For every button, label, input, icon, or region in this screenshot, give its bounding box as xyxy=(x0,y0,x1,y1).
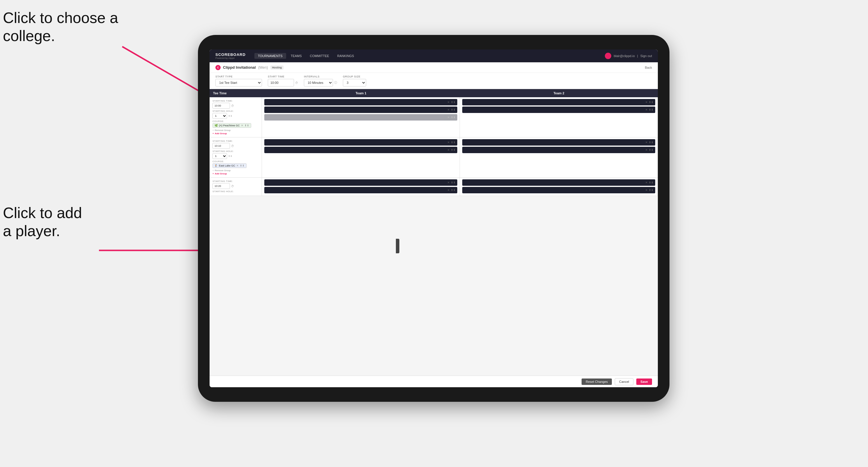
player-arr-2-t1-2[interactable]: ⬆⬇ xyxy=(451,149,456,151)
player-arr-2-t2-2[interactable]: ⬆⬇ xyxy=(649,149,653,151)
th-team1: Team 1 xyxy=(262,89,460,97)
tournament-title-area: C Clippd Invitational (Men) Hosting xyxy=(215,65,645,70)
player-arrows-icon-t2-2[interactable]: ⬆⬇ xyxy=(649,108,653,111)
ann1-line1: Click to choose a xyxy=(3,9,118,26)
player-x-icon-2[interactable]: ✕ xyxy=(447,108,450,111)
table-row-2: STARTING TIME: ⏱ STARTING HOLE: 1 ⬆⬇ COU… xyxy=(210,137,658,178)
player-row-2-t2-1[interactable]: ✕ ⬆⬇ xyxy=(462,139,655,146)
player-row-3-t1-2[interactable]: ✕ ⬆⬇ xyxy=(264,187,457,193)
add-group-btn-2[interactable]: + Add Group xyxy=(213,173,259,175)
nav-committee[interactable]: COMMITTEE xyxy=(307,53,333,59)
player-arr-2-t2-1[interactable]: ⬆⬇ xyxy=(649,141,653,144)
intervals-select[interactable]: 10 Minutes xyxy=(304,79,333,87)
player-arrows-icon-c1[interactable]: ⬆⬇ xyxy=(451,116,456,119)
intervals-label: Intervals xyxy=(304,75,337,78)
player-x-2-t1-2[interactable]: ✕ xyxy=(447,149,450,151)
player-row-3-t2-2[interactable]: ✕ ⬆⬇ xyxy=(462,187,655,193)
nav-links: TOURNAMENTS TEAMS COMMITTEE RANKINGS xyxy=(254,53,605,59)
player-arrows-icon[interactable]: ⬆⬇ xyxy=(451,101,456,104)
player-placeholder-t2-1 xyxy=(462,114,655,121)
player-row-1-t1-1[interactable]: ✕ ⬆⬇ xyxy=(264,99,457,105)
course-tag-1[interactable]: 🌿 (A) Peachtree GC ✕ ⬆⬇ xyxy=(213,123,251,128)
hosting-badge: Hosting xyxy=(271,65,284,70)
player-row-2-t2-2[interactable]: ✕ ⬆⬇ xyxy=(462,147,655,153)
course-close-2[interactable]: ✕ xyxy=(236,164,239,167)
player-row-1-t1-2[interactable]: ✕ ⬆⬇ xyxy=(264,106,457,113)
course-tag-2[interactable]: 🏌 East Lake GC ✕ ⬆⬇ xyxy=(213,163,247,168)
ann1-line2: college. xyxy=(3,27,55,44)
remove-group-btn-1[interactable]: ○ Remove Group xyxy=(213,129,259,132)
starting-hole-label-1: STARTING HOLE: xyxy=(213,110,259,113)
th-tee-time: Tee Time xyxy=(210,89,262,97)
player-arr-2-t1-1[interactable]: ⬆⬇ xyxy=(451,141,456,144)
player-x-icon[interactable]: ✕ xyxy=(447,101,450,104)
time-input-1[interactable] xyxy=(213,103,230,108)
course-close-1[interactable]: ✕ xyxy=(241,124,243,127)
starting-hole-label-2: STARTING HOLE: xyxy=(213,150,259,153)
user-email: blair@clippd.io xyxy=(614,54,634,58)
course-label-1: COURSE: xyxy=(213,120,259,123)
tablet-screen: SCOREBOARD Powered by clippd TOURNAMENTS… xyxy=(210,50,658,387)
player-row-2-t1-1[interactable]: ✕ ⬆⬇ xyxy=(264,139,457,146)
hole-select-1[interactable]: 1 xyxy=(213,113,227,119)
player-arr-3-t1-2[interactable]: ⬆⬇ xyxy=(451,189,456,192)
add-group-btn-1[interactable]: + Add Group xyxy=(213,132,259,135)
nav-tournaments[interactable]: TOURNAMENTS xyxy=(254,53,286,59)
player-x-2-t2-2[interactable]: ✕ xyxy=(645,149,648,151)
player-x-3-t2-2[interactable]: ✕ xyxy=(645,189,648,192)
hole-arrows-2: ⬆⬇ xyxy=(228,155,232,157)
tee-input-row-3: ⏱ xyxy=(213,183,259,189)
time-input-2[interactable] xyxy=(213,143,230,149)
player-x-icon-t2-1[interactable]: ✕ xyxy=(645,101,648,104)
group-size-select[interactable]: 3 xyxy=(343,79,366,87)
player-arrows-icon-2[interactable]: ⬆⬇ xyxy=(451,108,456,111)
player-arrows-icon-t2-1[interactable]: ⬆⬇ xyxy=(649,101,653,104)
player-row-3-t2-1[interactable]: ✕ ⬆⬇ xyxy=(462,179,655,186)
player-row-1-t2-2[interactable]: ✕ ⬆⬇ xyxy=(462,106,655,113)
clock-icon: ⏱ xyxy=(295,81,298,85)
start-time-input[interactable] xyxy=(268,79,294,87)
add-group-label-2: Add Group xyxy=(215,173,227,175)
player-x-icon-c1[interactable]: ✕ xyxy=(447,116,450,119)
remove-group-btn-2[interactable]: ○ Remove Group xyxy=(213,169,259,172)
player-x-3-t1-1[interactable]: ✕ xyxy=(447,181,450,184)
player-arr-3-t2-2[interactable]: ⬆⬇ xyxy=(649,189,653,192)
player-x-2-t1-1[interactable]: ✕ xyxy=(447,141,450,144)
player-row-1-t2-1[interactable]: ✕ ⬆⬇ xyxy=(462,99,655,105)
time-input-3[interactable] xyxy=(213,183,230,189)
save-button[interactable]: Save xyxy=(636,378,652,385)
player-x-icon-t2-2[interactable]: ✕ xyxy=(645,108,648,111)
ann2-line2: a player. xyxy=(3,222,60,239)
player-x-3-t1-2[interactable]: ✕ xyxy=(447,189,450,192)
app-header: SCOREBOARD Powered by clippd TOURNAMENTS… xyxy=(210,50,658,62)
player-row-2-t1-2[interactable]: ✕ ⬆⬇ xyxy=(264,147,457,153)
footer: Reset Changes Cancel Save xyxy=(210,376,658,387)
back-button[interactable]: Back xyxy=(645,66,652,69)
player-row-course-1-t1[interactable]: ✕ ⬆⬇ xyxy=(264,114,457,121)
clippd-icon: C xyxy=(215,65,221,70)
logo-area: SCOREBOARD Powered by clippd xyxy=(215,53,246,59)
logo-title: SCOREBOARD xyxy=(215,53,246,57)
hole-input-row-2: 1 ⬆⬇ xyxy=(213,153,259,159)
player-arr-3-t2-1[interactable]: ⬆⬇ xyxy=(649,181,653,184)
remove-icon-2: ○ xyxy=(213,169,214,172)
player-row-3-t1-1[interactable]: ✕ ⬆⬇ xyxy=(264,179,457,186)
hole-select-2[interactable]: 1 xyxy=(213,153,227,159)
start-type-label: Start Type xyxy=(215,75,262,78)
reset-changes-button[interactable]: Reset Changes xyxy=(582,378,612,385)
tournament-name: Clippd Invitational xyxy=(223,65,256,70)
nav-teams[interactable]: TEAMS xyxy=(287,53,305,59)
nav-rankings[interactable]: RANKINGS xyxy=(334,53,358,59)
player-arr-3-t1-1[interactable]: ⬆⬇ xyxy=(451,181,456,184)
tournament-gender: (Men) xyxy=(258,65,268,70)
player-x-3-t2-1[interactable]: ✕ xyxy=(645,181,648,184)
start-type-select[interactable]: 1st Tee Start xyxy=(215,79,262,87)
cancel-button[interactable]: Cancel xyxy=(615,378,633,385)
sign-out-link[interactable]: Sign out xyxy=(640,54,652,58)
course-icon-1: 🌿 xyxy=(215,124,218,127)
annotation-choose-college: Click to choose a college. xyxy=(3,9,118,45)
team1-cell-1: ✕ ⬆⬇ ✕ ⬆⬇ ✕ ⬆⬇ xyxy=(262,97,460,137)
starting-hole-label-3: STARTING HOLE: xyxy=(213,190,259,193)
clock-icon-2: ⏱ xyxy=(231,145,234,148)
player-x-2-t2-1[interactable]: ✕ xyxy=(645,141,648,144)
